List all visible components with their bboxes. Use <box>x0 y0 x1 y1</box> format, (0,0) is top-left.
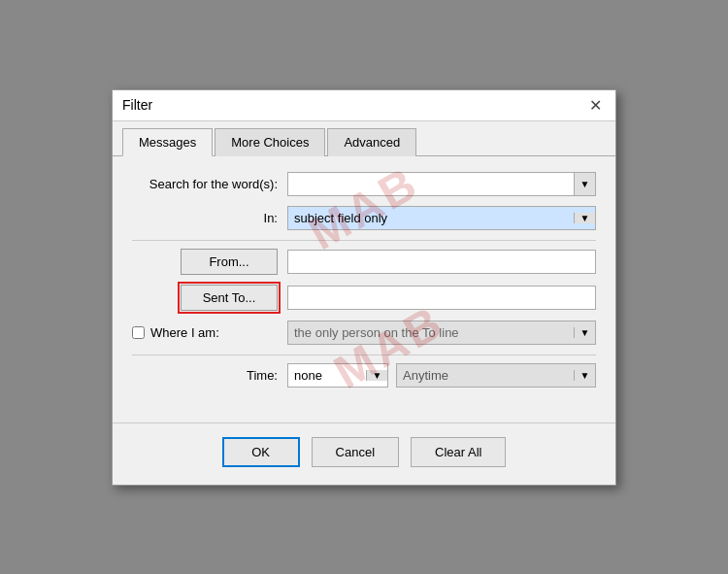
time-dropdown-btn[interactable]: ▼ <box>366 370 387 381</box>
sent-to-button[interactable]: Sent To... <box>181 285 278 311</box>
time-select-input[interactable] <box>288 364 366 387</box>
where-i-am-label-group: Where I am: <box>132 325 287 340</box>
time-row: Time: ▼ ▼ <box>132 363 596 388</box>
anytime-dropdown-btn[interactable]: ▼ <box>574 370 595 381</box>
search-control: ▼ <box>287 172 596 196</box>
clear-all-button[interactable]: Clear All <box>411 437 506 467</box>
where-i-am-select[interactable]: ▼ <box>287 321 596 345</box>
cancel-button[interactable]: Cancel <box>312 437 399 467</box>
filter-dialog: Filter ✕ Messages More Choices Advanced … <box>112 89 616 486</box>
from-button[interactable]: From... <box>181 249 278 275</box>
in-label: In: <box>132 211 287 225</box>
search-dropdown-btn[interactable]: ▼ <box>574 173 595 195</box>
where-i-am-row: Where I am: ▼ <box>132 321 596 345</box>
tab-content-messages: Search for the word(s): ▼ In: ▼ <box>113 156 615 413</box>
where-i-am-select-input[interactable] <box>288 321 574 344</box>
ok-button[interactable]: OK <box>222 437 300 467</box>
anytime-select[interactable]: ▼ <box>396 363 596 388</box>
anytime-select-input[interactable] <box>397 364 574 387</box>
sent-to-input[interactable] <box>287 286 596 310</box>
in-row: In: ▼ <box>132 206 596 230</box>
in-select-input[interactable] <box>288 207 574 229</box>
in-dropdown-btn[interactable]: ▼ <box>574 213 595 223</box>
from-input[interactable] <box>287 250 596 274</box>
where-i-am-checkbox[interactable] <box>132 326 145 339</box>
divider-1 <box>132 240 596 241</box>
dialog-title: Filter <box>122 97 152 113</box>
in-select[interactable]: ▼ <box>287 206 596 230</box>
from-row: From... <box>132 249 596 275</box>
tab-messages[interactable]: Messages <box>122 128 213 156</box>
time-label: Time: <box>132 368 287 383</box>
search-label: Search for the word(s): <box>132 177 287 191</box>
title-bar: Filter ✕ <box>113 90 615 121</box>
close-button[interactable]: ✕ <box>585 96 606 115</box>
where-i-am-label: Where I am: <box>150 325 219 340</box>
search-row: Search for the word(s): ▼ <box>132 172 596 196</box>
search-input[interactable] <box>288 173 574 195</box>
tab-bar: Messages More Choices Advanced <box>113 121 615 156</box>
time-select[interactable]: ▼ <box>287 363 388 388</box>
tab-more-choices[interactable]: More Choices <box>215 128 325 156</box>
where-i-am-dropdown-btn[interactable]: ▼ <box>574 327 595 338</box>
tab-advanced[interactable]: Advanced <box>327 128 416 156</box>
divider-2 <box>132 355 596 355</box>
in-control: ▼ <box>287 206 596 230</box>
search-input-wrapper: ▼ <box>287 172 596 196</box>
dialog-footer: OK Cancel Clear All <box>113 422 615 485</box>
sent-to-row: Sent To... <box>132 285 596 311</box>
